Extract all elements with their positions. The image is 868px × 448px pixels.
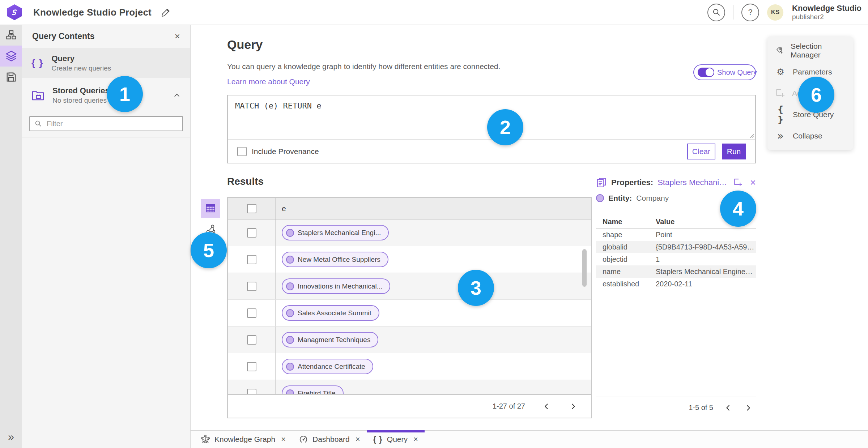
table-view-button[interactable] [201,199,220,218]
results-pagination: 1-27 of 27 [228,394,591,418]
entity-chip[interactable]: Attendance Certificate [282,359,373,374]
row-checkbox-cell [228,228,275,238]
learn-more-link[interactable]: Learn more about Query [227,77,310,86]
knowledge-studio-logo-icon[interactable] [7,4,22,20]
entity-dot-icon [286,309,294,317]
scrollbar-thumb[interactable] [582,249,587,287]
properties-header: Properties: Staplers Mechanic... × [596,177,756,188]
select-all-checkbox[interactable] [247,204,256,213]
run-button[interactable]: Run [722,144,746,159]
row-checkbox[interactable] [247,389,256,394]
property-value: Staplers Mechanical Engineering [656,268,756,276]
entity-cell: Sales Associate Summit [275,300,591,326]
tab-close-icon[interactable]: × [281,435,286,444]
close-properties-icon[interactable]: × [750,178,756,188]
table-row: Managment Techniques [228,327,591,353]
collapse-section-caret-icon[interactable] [173,91,181,99]
entity-dot-icon [286,282,294,290]
properties-entity-link[interactable]: Staplers Mechanic... [658,178,729,187]
resize-handle-icon[interactable] [749,133,754,138]
user-name: Knowledge Studio [792,4,861,13]
rail-save-button[interactable] [0,67,22,88]
entity-chip[interactable]: Sales Associate Summit [282,305,379,321]
entity-cell: Managment Techniques [275,327,591,353]
panel-divider [22,137,190,137]
property-name: globalid [596,243,656,251]
table-row: Innovations in Mechanical... [228,273,591,300]
entity-dot-icon [286,256,294,264]
expand-rail-button[interactable]: » [0,431,22,443]
property-row: nameStaplers Mechanical Engineering [596,265,756,278]
help-button[interactable]: ? [741,4,759,21]
results-next-page-button[interactable] [568,401,579,412]
property-value: Point [656,231,756,239]
entity-chip[interactable]: Staplers Mechanical Engi... [282,225,389,240]
table-icon [205,203,216,214]
property-value: {5D9B4713-F98D-4A53-A59F-C11... [656,243,756,251]
menu-item-collapse[interactable]: »Collapse [767,125,853,146]
properties-header-actions: × [733,178,756,188]
results-scrollbar[interactable] [582,219,587,394]
toggle-switch-icon [698,68,714,77]
tab-knowledge-graph[interactable]: Knowledge Graph× [194,431,292,448]
add-to-new-icon[interactable] [733,178,743,187]
entity-cell: Staplers Mechanical Engi... [275,219,591,246]
query-item-text: Query Create new queries [51,54,111,72]
entity-chip[interactable]: Managment Techniques [282,332,378,347]
query-contents-panel: Query Contents × { } Query Create new qu… [22,25,191,448]
search-button[interactable] [707,4,725,21]
header-right-cluster: ? KS Knowledge Studio publisher2 [707,0,861,25]
include-provenance-label: Include Provenance [252,147,319,156]
clear-button[interactable]: Clear [687,144,715,159]
user-info[interactable]: Knowledge Studio publisher2 [792,4,861,21]
properties-prev-page-button[interactable] [723,402,733,413]
tab-close-icon[interactable]: × [413,435,418,444]
property-value: 2020-02-11 [656,280,756,288]
row-checkbox[interactable] [247,362,256,371]
filter-field[interactable] [29,116,183,131]
rail-hierarchy-button[interactable] [0,25,22,46]
row-checkbox-cell [228,282,275,291]
table-row: Sales Associate Summit [228,300,591,327]
edit-title-pencil-icon[interactable] [161,7,171,17]
table-row: Staplers Mechanical Engi... [228,219,591,246]
sidebar-item-stored-queries[interactable]: Stored Queries No stored queries exist [22,80,190,110]
property-name: established [596,280,656,288]
row-checkbox[interactable] [247,255,256,264]
sidebar-item-query[interactable]: { } Query Create new queries [22,48,190,78]
tab-close-icon[interactable]: × [356,435,360,444]
query-description: You can query a knowledge graph to ident… [227,62,500,71]
row-checkbox[interactable] [247,282,256,291]
tab-query[interactable]: { }Query× [367,431,425,448]
annotation-badge-5: 5 [191,232,227,268]
braces-icon: { } [31,57,43,69]
entity-chip-label: Firebird Title [298,389,336,394]
entity-chip-label: Staplers Mechanical Engi... [298,229,381,237]
include-provenance-checkbox[interactable] [237,147,247,156]
entity-chip[interactable]: New Metal Office Suppliers [282,252,388,267]
properties-label: Properties: [611,178,653,187]
menu-item-label: Collapse [793,132,822,140]
close-panel-icon[interactable]: × [175,31,180,41]
row-checkbox[interactable] [247,335,256,345]
annotation-badge-4: 4 [720,191,756,227]
entity-chip-label: Attendance Certificate [298,363,365,371]
results-prev-page-button[interactable] [541,401,552,412]
property-value: 1 [656,255,756,264]
show-query-toggle[interactable]: Show Query [693,64,756,80]
entity-chip[interactable]: Firebird Title [282,385,344,394]
entity-chip[interactable]: Innovations in Mechanical... [282,278,390,294]
filter-input[interactable] [46,119,178,128]
row-checkbox[interactable] [247,228,256,238]
results-title: Results [227,176,264,187]
rail-layers-button[interactable] [0,46,22,67]
user-avatar[interactable]: KS [767,4,783,21]
project-title: Knowledge Studio Project [33,7,152,18]
table-row: New Metal Office Suppliers [228,246,591,273]
row-checkbox[interactable] [247,308,256,318]
query-actions-bar: Include Provenance Clear Run [228,140,755,163]
tab-dashboard[interactable]: Dashboard× [292,431,367,448]
properties-pagination: 1-5 of 5 [596,397,756,418]
menu-item-selection-manager[interactable]: Selection Manager [767,40,853,61]
properties-next-page-button[interactable] [743,402,754,413]
